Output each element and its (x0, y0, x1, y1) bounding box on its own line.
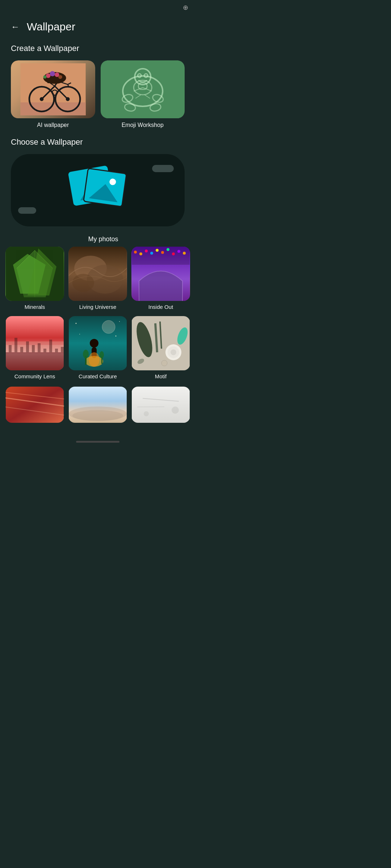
svg-point-53 (150, 252, 153, 255)
photo-frame-front (83, 168, 127, 207)
svg-point-84 (171, 349, 176, 355)
cloud-right (152, 165, 174, 172)
partial2-svg (68, 387, 127, 423)
svg-point-17 (46, 73, 50, 78)
svg-rect-95 (132, 387, 190, 423)
create-wallpaper-section: Create a Wallpaper (0, 44, 196, 130)
motif-image (131, 316, 190, 370)
emoji-workshop-card[interactable]: Emoji Workshop (101, 60, 185, 130)
bike-illustration (15, 63, 91, 115)
my-photos-card[interactable] (11, 154, 185, 226)
svg-point-86 (161, 360, 167, 366)
status-bar: ⊕ (0, 0, 196, 13)
choose-wallpaper-section: Choose a Wallpaper My photos (0, 137, 196, 434)
community-lens-svg (5, 316, 64, 370)
ai-wallpaper-image (11, 60, 95, 118)
choose-section-title: Choose a Wallpaper (0, 137, 196, 154)
svg-point-74 (76, 323, 77, 324)
turtle-illustration (101, 60, 185, 118)
cloud-left (18, 207, 36, 214)
svg-point-65 (102, 320, 115, 333)
community-lens-label: Community Lens (5, 370, 64, 381)
svg-point-69 (89, 352, 100, 367)
curated-culture-item[interactable]: Curated Culture (68, 316, 127, 381)
inside-out-label: Inside Out (131, 301, 190, 312)
status-icon: ⊕ (183, 4, 188, 12)
partial-item-1[interactable] (5, 387, 64, 423)
svg-point-66 (90, 339, 98, 348)
svg-rect-49 (132, 247, 190, 265)
motif-label: Motif (131, 370, 190, 381)
emoji-workshop-label: Emoji Workshop (101, 118, 185, 130)
partial-row (0, 387, 196, 434)
svg-point-18 (50, 71, 55, 76)
svg-point-56 (167, 248, 169, 251)
living-universe-label: Living Universe (68, 301, 127, 312)
ai-wallpaper-label: AI wallpaper (11, 118, 95, 130)
inside-out-item[interactable]: Inside Out (131, 247, 190, 312)
partial1-svg (5, 387, 64, 423)
svg-point-52 (145, 250, 148, 252)
page-title: Wallpaper (27, 21, 75, 33)
header: ← Wallpaper (0, 13, 196, 44)
svg-point-55 (161, 251, 164, 254)
motif-item[interactable]: Motif (131, 316, 190, 381)
minerals-bg (5, 247, 64, 301)
svg-point-58 (177, 250, 180, 253)
minerals-item[interactable]: Minerals (5, 247, 64, 312)
photos-icon (71, 167, 125, 214)
partial-image-1 (5, 387, 64, 423)
living-universe-image (68, 247, 127, 301)
svg-point-76 (79, 334, 80, 335)
curated-culture-svg (68, 316, 127, 370)
svg-point-71 (83, 350, 89, 358)
bottom-nav-bar (76, 441, 119, 443)
minerals-image (5, 247, 64, 301)
inside-out-image (131, 247, 190, 301)
svg-point-98 (172, 407, 179, 414)
create-section-title: Create a Wallpaper (0, 44, 196, 60)
create-cards-container: AI wallpaper (0, 60, 196, 130)
svg-point-21 (43, 75, 46, 78)
svg-point-51 (139, 252, 142, 255)
motif-svg (131, 316, 190, 370)
community-lens-item[interactable]: Community Lens (5, 316, 64, 381)
partial-image-2 (68, 387, 127, 423)
ai-wallpaper-card[interactable]: AI wallpaper (11, 60, 95, 130)
svg-point-57 (172, 252, 175, 255)
inside-out-svg (131, 247, 190, 301)
living-universe-svg (68, 247, 127, 301)
partial-item-3[interactable] (131, 387, 190, 423)
wallpaper-grid: Minerals (0, 247, 196, 381)
svg-point-77 (115, 336, 117, 337)
svg-point-59 (183, 252, 186, 255)
svg-point-20 (58, 75, 62, 79)
svg-point-73 (100, 351, 104, 358)
svg-point-75 (119, 321, 120, 322)
minerals-label: Minerals (5, 301, 64, 312)
my-photos-label: My photos (0, 232, 196, 247)
inside-out-bg (131, 247, 190, 301)
svg-point-99 (144, 411, 149, 416)
photo-frame-front-inner (86, 171, 124, 204)
partial-item-2[interactable] (68, 387, 127, 423)
living-universe-item[interactable]: Living Universe (68, 247, 127, 312)
mountain-front (89, 182, 120, 202)
back-button[interactable]: ← (11, 22, 20, 32)
curated-culture-label: Curated Culture (68, 370, 127, 381)
minerals-svg (5, 247, 64, 301)
emoji-workshop-image (101, 60, 185, 118)
partial-image-3 (131, 387, 190, 423)
curated-culture-image (68, 316, 127, 370)
svg-point-50 (134, 251, 137, 254)
svg-point-94 (72, 410, 123, 421)
community-lens-image (5, 316, 64, 370)
living-universe-bg (68, 247, 127, 301)
svg-point-54 (156, 249, 159, 252)
partial3-svg (131, 387, 190, 423)
